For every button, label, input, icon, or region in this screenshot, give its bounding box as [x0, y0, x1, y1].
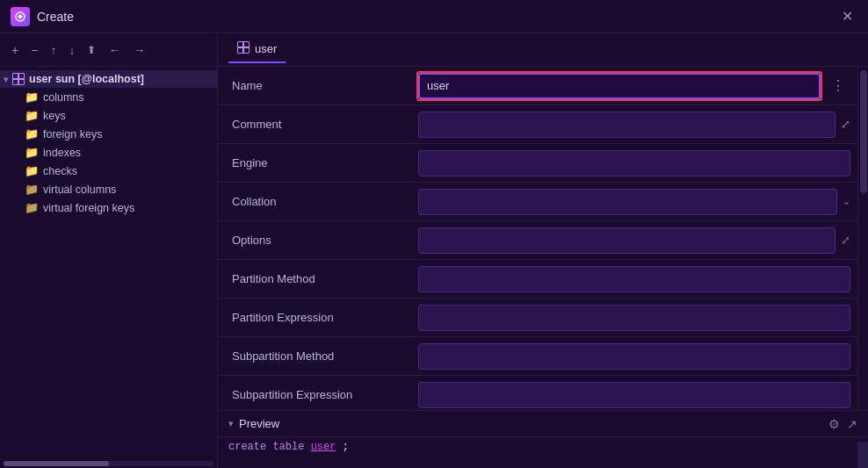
collation-input[interactable] [418, 189, 837, 215]
expand-icon[interactable]: ⤢ [841, 118, 850, 131]
label-options: Options [218, 225, 411, 256]
code-semicolon: ; [343, 441, 349, 453]
preview-scrollbar [857, 442, 868, 468]
folder-icon: 📁 [25, 109, 39, 122]
table-icon [12, 73, 25, 85]
label-subpartition-expression: Subpartition Expression [218, 379, 411, 410]
collation-input-wrap: ⌄ [411, 184, 857, 220]
options-input[interactable] [418, 227, 835, 254]
tree-label: keys [43, 110, 66, 122]
tree-item-columns[interactable]: 📁 columns [0, 88, 217, 106]
close-button[interactable]: ✕ [836, 6, 857, 27]
sidebar-toolbar: + − ↑ ↓ ⬆ ← → [0, 33, 217, 67]
tree-item-virtual-columns[interactable]: 📁 virtual columns [0, 180, 217, 198]
form-area: Name ⋮ Comme [218, 67, 857, 410]
partition-method-input-wrap [411, 261, 857, 298]
name-input-container [418, 73, 821, 99]
options-expand-icon[interactable]: ⤢ [841, 234, 850, 247]
preview-title-wrap: ▾ Preview [228, 417, 279, 430]
label-engine: Engine [218, 148, 411, 178]
form-row-partition-expression: Partition Expression [218, 299, 857, 337]
comment-input-wrap: ⤢ [411, 106, 857, 143]
form-row-subpartition-method: Subpartition Method [218, 337, 857, 376]
form-row-partition-method: Partition Method [218, 260, 857, 299]
right-scrollbar-panel [857, 67, 868, 410]
tab-user[interactable]: user [228, 36, 286, 63]
form-row-options: Options ⤢ [218, 221, 857, 260]
main-area: + − ↑ ↓ ⬆ ← → ▾ user sun [@localhost] [0, 33, 868, 468]
form-row-comment: Comment ⤢ [218, 105, 857, 144]
tree-label: indexes [43, 147, 81, 159]
sidebar-horizontal-scrollbar[interactable] [4, 461, 213, 466]
gear-icon[interactable]: ⚙ [828, 417, 840, 431]
move-top-button[interactable]: ⬆ [83, 41, 100, 59]
subpartition-method-input[interactable] [418, 343, 850, 370]
root-label: user sun [@localhost] [29, 73, 144, 85]
label-partition-expression: Partition Expression [218, 302, 411, 333]
subpartition-expression-input[interactable] [418, 382, 850, 408]
label-partition-method: Partition Method [218, 263, 411, 294]
preview-code-block: create table user ; [218, 437, 868, 457]
chevron-down-icon: ▾ [4, 75, 8, 84]
engine-input-wrap [411, 145, 857, 182]
back-button[interactable]: ← [104, 40, 125, 60]
folder-icon: 📁 [25, 127, 39, 140]
label-comment: Comment [218, 109, 411, 140]
sidebar-tree: ▾ user sun [@localhost] 📁 columns 📁 keys [0, 67, 217, 459]
label-collation: Collation [218, 186, 411, 217]
name-input-inner [418, 73, 821, 99]
subpartition-method-input-wrap [411, 338, 857, 375]
tree-label: virtual foreign keys [43, 202, 134, 214]
vertical-scrollbar-thumb[interactable] [860, 70, 867, 193]
form-row-subpartition-expression: Subpartition Expression [218, 376, 857, 410]
move-up-button[interactable]: ↑ [46, 40, 61, 60]
tree-item-checks[interactable]: 📁 checks [0, 162, 217, 180]
name-more-button[interactable]: ⋮ [826, 76, 850, 96]
external-link-icon[interactable]: ↗ [847, 417, 857, 431]
partition-method-input[interactable] [418, 266, 850, 292]
folder-soft-icon: 📁 [25, 183, 39, 196]
collation-dropdown-icon[interactable]: ⌄ [843, 196, 850, 207]
tree-item-indexes[interactable]: 📁 indexes [0, 143, 217, 162]
name-input[interactable] [418, 73, 821, 99]
tab-label: user [255, 42, 277, 55]
name-input-wrap: ⋮ [411, 68, 857, 104]
engine-input[interactable] [418, 150, 850, 176]
forward-button[interactable]: → [128, 40, 149, 60]
tree-item-keys[interactable]: 📁 keys [0, 106, 217, 125]
preview-actions: ⚙ ↗ [828, 417, 857, 431]
preview-chevron[interactable]: ▾ [228, 418, 234, 429]
code-keyword-create: create [228, 441, 266, 453]
label-subpartition-method: Subpartition Method [218, 341, 411, 371]
tree-label: virtual columns [43, 184, 116, 196]
add-button[interactable]: + [7, 40, 23, 60]
folder-soft-icon: 📁 [25, 201, 39, 214]
code-keyword-table: table [272, 441, 304, 453]
folder-icon: 📁 [25, 146, 39, 159]
preview-label: Preview [239, 417, 279, 430]
code-table-name: user [311, 441, 336, 453]
remove-button[interactable]: − [26, 40, 42, 60]
title-bar-left: Create [11, 7, 74, 26]
move-down-button[interactable]: ↓ [64, 40, 79, 60]
partition-expression-input-wrap [411, 299, 857, 336]
tree-root[interactable]: ▾ user sun [@localhost] [0, 70, 217, 88]
form-row-name: Name ⋮ [218, 67, 857, 105]
tree-item-foreign-keys[interactable]: 📁 foreign keys [0, 125, 217, 143]
tab-bar: user [218, 33, 868, 67]
partition-expression-input[interactable] [418, 305, 850, 331]
folder-icon: 📁 [25, 90, 39, 104]
comment-input[interactable] [418, 112, 835, 138]
app-window: Create ✕ + − ↑ ↓ ⬆ ← → ▾ [0, 0, 868, 468]
subpartition-expression-input-wrap [411, 377, 857, 411]
tab-table-icon [237, 41, 250, 56]
label-name: Name [218, 70, 411, 101]
tree-item-virtual-foreign-keys[interactable]: 📁 virtual foreign keys [0, 198, 217, 217]
window-title: Create [37, 10, 74, 24]
tree-label: checks [43, 165, 77, 177]
tree-label: columns [43, 91, 84, 104]
sidebar: + − ↑ ↓ ⬆ ← → ▾ user sun [@localhost] [0, 33, 218, 468]
preview-area: ▾ Preview ⚙ ↗ create table user ; [218, 410, 868, 468]
title-bar: Create ✕ [0, 0, 868, 33]
folder-icon: 📁 [25, 164, 39, 177]
